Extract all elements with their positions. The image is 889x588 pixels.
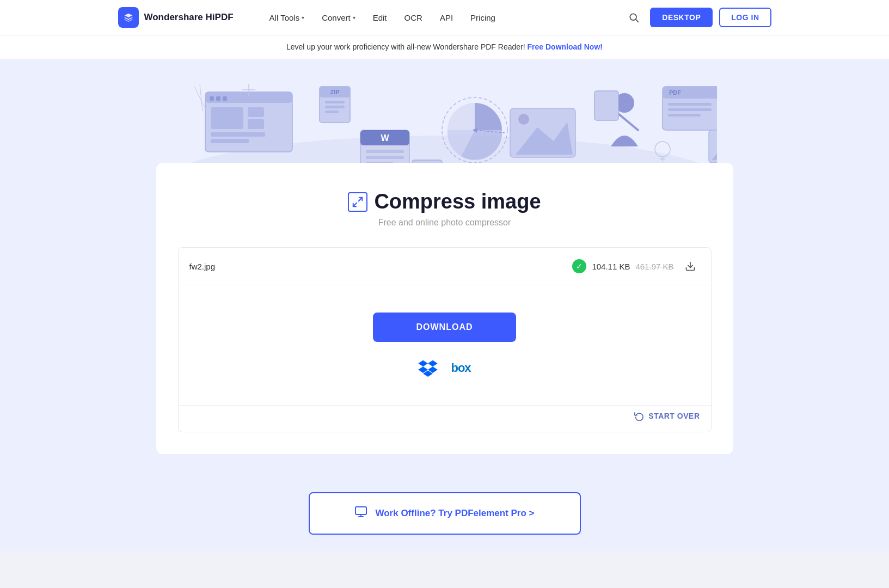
svg-line-1: [636, 20, 639, 22]
svg-rect-37: [594, 91, 618, 120]
svg-rect-41: [668, 103, 712, 106]
svg-rect-9: [248, 107, 264, 117]
svg-rect-7: [223, 96, 227, 101]
chevron-down-icon: ▾: [302, 15, 304, 21]
svg-line-14: [200, 84, 203, 111]
nav-links: All Tools ▾ Convert ▾ Edit OCR API Prici…: [262, 9, 605, 27]
svg-rect-6: [216, 96, 220, 101]
nav-right: DESKTOP LOG IN: [624, 8, 771, 27]
nav-edit[interactable]: Edit: [365, 9, 395, 27]
svg-rect-20: [325, 111, 339, 113]
nav-convert[interactable]: Convert ▾: [314, 9, 363, 27]
navbar: Wondershare HiPDF All Tools ▾ Convert ▾ …: [0, 0, 889, 35]
svg-rect-25: [366, 156, 404, 159]
svg-rect-42: [668, 108, 712, 111]
svg-point-33: [518, 114, 529, 125]
main-content: Compress image Free and online photo com…: [0, 168, 889, 476]
monitor-icon: [354, 505, 367, 522]
download-button[interactable]: DOWNLOAD: [373, 313, 517, 342]
file-new-size: 104.11 KB: [592, 262, 630, 271]
file-download-button[interactable]: [680, 256, 700, 276]
start-over-row: START OVER: [179, 405, 711, 432]
svg-text:ZIP: ZIP: [330, 89, 339, 95]
nav-all-tools[interactable]: All Tools ▾: [262, 9, 312, 27]
logo-area[interactable]: Wondershare HiPDF: [118, 7, 234, 28]
file-old-size: 461.97 KB: [635, 262, 673, 271]
nav-api[interactable]: API: [432, 9, 461, 27]
refresh-icon: [634, 411, 644, 421]
svg-rect-18: [325, 101, 345, 103]
banner-text: Level up your work proficiency with all-…: [286, 42, 525, 51]
hero-illustration: ZIP W X: [0, 76, 889, 168]
compress-card: Compress image Free and online photo com…: [156, 163, 733, 454]
start-over-label: START OVER: [648, 412, 700, 420]
cloud-save-options: box: [418, 358, 470, 378]
svg-rect-8: [211, 107, 243, 129]
svg-line-13: [194, 87, 205, 108]
svg-text:PDF: PDF: [669, 89, 681, 96]
hero-area: ZIP W X: [0, 59, 889, 168]
file-table: fw2.jpg ✓ 104.11 KB 461.97 KB DOWNLOAD: [178, 247, 712, 432]
svg-rect-24: [366, 150, 404, 153]
chevron-down-icon: ▾: [353, 15, 355, 21]
start-over-button[interactable]: START OVER: [634, 411, 700, 421]
success-icon: ✓: [572, 259, 586, 273]
desktop-button[interactable]: DESKTOP: [650, 8, 713, 27]
table-row: fw2.jpg ✓ 104.11 KB 461.97 KB: [179, 248, 711, 285]
logo-text: Wondershare HiPDF: [144, 12, 234, 23]
svg-rect-5: [210, 96, 214, 101]
top-banner: Level up your work proficiency with all-…: [0, 35, 889, 59]
svg-rect-19: [325, 106, 345, 108]
login-button[interactable]: LOG IN: [719, 8, 771, 27]
card-title-row: Compress image: [178, 190, 712, 213]
nav-ocr[interactable]: OCR: [397, 9, 430, 27]
box-logo-text: box: [451, 361, 470, 375]
banner-link[interactable]: Free Download Now!: [528, 42, 603, 51]
offline-banner-text: Work Offline? Try PDFelement Pro >: [375, 508, 534, 519]
svg-rect-12: [211, 139, 249, 143]
svg-rect-11: [211, 132, 265, 137]
box-button[interactable]: box: [451, 361, 470, 375]
svg-text:W: W: [381, 133, 389, 143]
svg-rect-43: [668, 114, 701, 117]
svg-rect-10: [248, 119, 264, 129]
logo-icon: [118, 7, 139, 28]
dropbox-button[interactable]: [418, 358, 438, 378]
card-subtitle: Free and online photo compressor: [178, 218, 712, 228]
nav-pricing[interactable]: Pricing: [463, 9, 503, 27]
offline-banner-wrap: Work Offline? Try PDFelement Pro >: [0, 476, 889, 551]
file-name: fw2.jpg: [189, 262, 566, 271]
file-size-info: ✓ 104.11 KB 461.97 KB: [572, 259, 673, 273]
download-area: DOWNLOAD box: [179, 285, 711, 405]
svg-rect-63: [355, 507, 366, 514]
offline-banner[interactable]: Work Offline? Try PDFelement Pro >: [309, 492, 581, 535]
search-button[interactable]: [624, 8, 643, 27]
page-title: Compress image: [374, 190, 541, 213]
compress-image-icon: [348, 192, 367, 212]
